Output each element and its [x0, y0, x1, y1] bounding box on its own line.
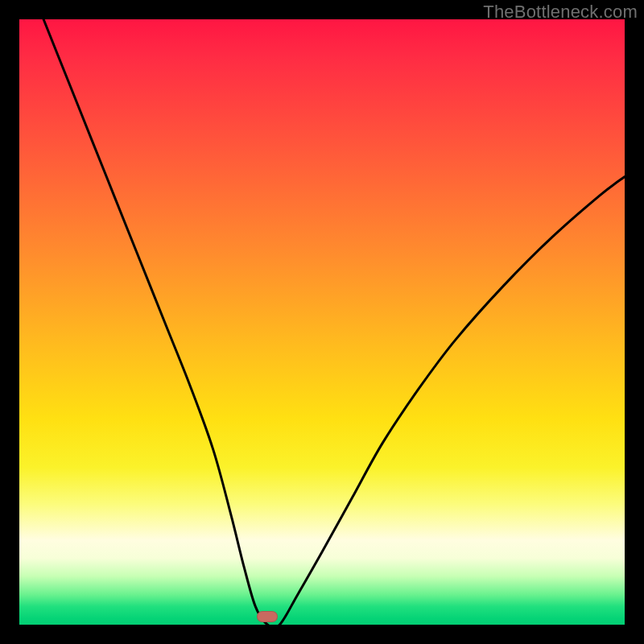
bottleneck-curve	[19, 19, 625, 625]
plot-area	[19, 19, 625, 625]
optimal-marker	[257, 611, 278, 622]
chart-frame: TheBottleneck.com	[0, 0, 644, 644]
